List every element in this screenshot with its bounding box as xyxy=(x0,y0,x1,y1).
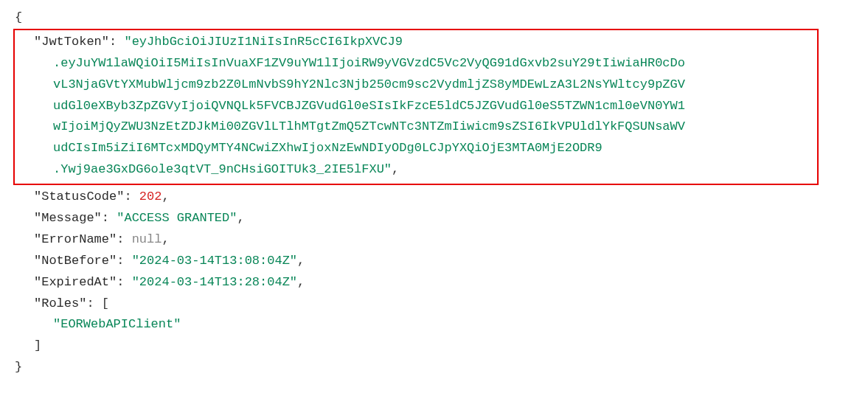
notbefore-value: "2024-03-14T13:08:04Z" xyxy=(132,254,297,268)
expiredat-value: "2024-03-14T13:28:04Z" xyxy=(132,275,297,289)
notbefore-row: "NotBefore": "2024-03-14T13:08:04Z", xyxy=(15,251,853,272)
jwt-token-line: udGl0eXByb3ZpZGVyIjoiQVNQLk5FVCBJZGVudGl… xyxy=(34,96,813,117)
open-brace: { xyxy=(15,7,853,29)
jwt-token-line: "JwtToken": "eyJhbGciOiJIUzI1NiIsInR5cCI… xyxy=(34,32,813,53)
roles-item-value: "EORWebAPIClient" xyxy=(53,317,181,331)
close-brace: } xyxy=(15,357,853,378)
jwt-token-line: wIjoiMjQyZWU3NzEtZDJkMi00ZGVlLTlhMTgtZmQ… xyxy=(34,117,813,138)
errorname-row: "ErrorName": null, xyxy=(15,229,853,251)
jwt-token-line: vL3NjaGVtYXMubWljcm9zb2Z0LmNvbS9hY2Nlc3N… xyxy=(34,74,813,96)
message-value: "ACCESS GRANTED" xyxy=(117,211,237,225)
statuscode-key: "StatusCode" xyxy=(34,190,124,204)
roles-row-open: "Roles": [ xyxy=(15,293,853,315)
jwt-token-line: .Ywj9ae3GxDG6ole3qtVT_9nCHsiGOITUk3_2IE5… xyxy=(34,159,813,181)
statuscode-row: "StatusCode": 202, xyxy=(15,187,853,208)
roles-item: "EORWebAPIClient" xyxy=(15,314,853,336)
errorname-value: null xyxy=(132,232,162,246)
jwt-token-key: "JwtToken" xyxy=(34,35,109,49)
roles-key: "Roles" xyxy=(34,296,86,310)
jwt-token-line: .eyJuYW1laWQiOiI5MiIsInVuaXF1ZV9uYW1lIjo… xyxy=(34,53,813,74)
expiredat-row: "ExpiredAt": "2024-03-14T13:28:04Z", xyxy=(15,272,853,293)
statuscode-value: 202 xyxy=(139,190,162,204)
json-response-body: { "JwtToken": "eyJhbGciOiJIUzI1NiIsInR5c… xyxy=(15,7,853,378)
roles-row-close: ] xyxy=(15,336,853,357)
errorname-key: "ErrorName" xyxy=(34,232,117,246)
message-row: "Message": "ACCESS GRANTED", xyxy=(15,208,853,229)
expiredat-key: "ExpiredAt" xyxy=(34,275,117,289)
notbefore-key: "NotBefore" xyxy=(34,254,117,268)
jwt-token-highlight: "JwtToken": "eyJhbGciOiJIUzI1NiIsInR5cCI… xyxy=(13,29,819,185)
jwt-token-value-part: "eyJhbGciOiJIUzI1NiIsInR5cCI6IkpXVCJ9 xyxy=(124,35,402,49)
jwt-token-line: udCIsIm5iZiI6MTcxMDQyMTY4NCwiZXhwIjoxNzE… xyxy=(34,138,813,159)
message-key: "Message" xyxy=(34,211,102,225)
